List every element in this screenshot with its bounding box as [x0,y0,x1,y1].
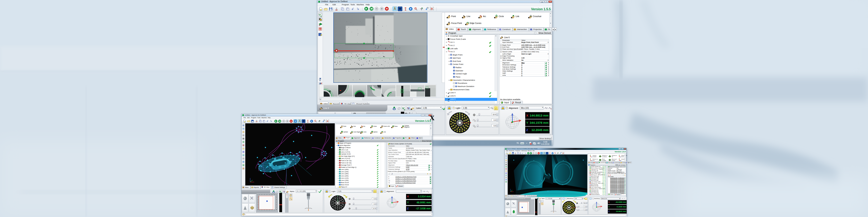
svg-text:einstellen: einstellen [592,156,596,157]
svg-text:Referenz zur: Referenz zur [592,159,598,160]
svg-text:Linie: Linie [592,160,594,161]
svg-text:Definieren in: Definieren in [612,155,617,156]
svg-text:Ursprung: Ursprung [592,155,596,156]
svg-text:Punkten: Punkten [612,160,615,161]
svg-text:Ebene: Ebene [602,159,605,160]
svg-text:eine Ebene: eine Ebene [602,156,607,157]
svg-text:Ebene aus 3: Ebene aus 3 [612,159,617,160]
svg-text:2D: 2D [612,156,613,157]
svg-text:Definieren in: Definieren in [602,155,608,156]
svg-text:erzeugen: erzeugen [602,160,606,161]
svg-text:Punkt: Punkt [621,156,624,157]
